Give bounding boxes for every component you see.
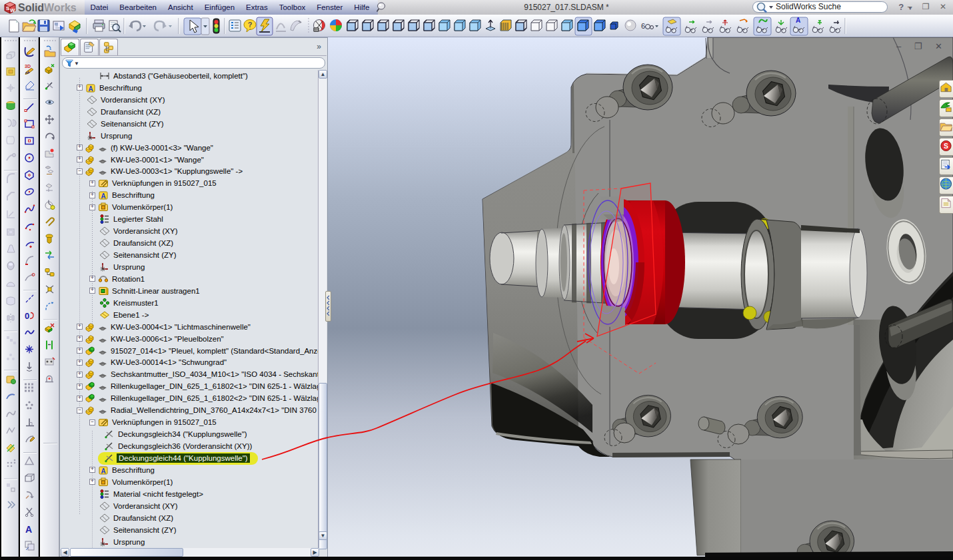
svg-text:W: W: [10, 7, 15, 13]
svg-text:0: 0: [25, 311, 29, 321]
svg-text:SolidWorks: SolidWorks: [18, 2, 77, 13]
svg-text:?: ?: [248, 21, 253, 29]
svg-text:3D: 3D: [25, 64, 31, 69]
svg-text:6: 6: [641, 22, 645, 30]
svg-text:A: A: [25, 524, 32, 535]
svg-text:A: A: [796, 17, 800, 24]
svg-text:S: S: [944, 142, 948, 150]
